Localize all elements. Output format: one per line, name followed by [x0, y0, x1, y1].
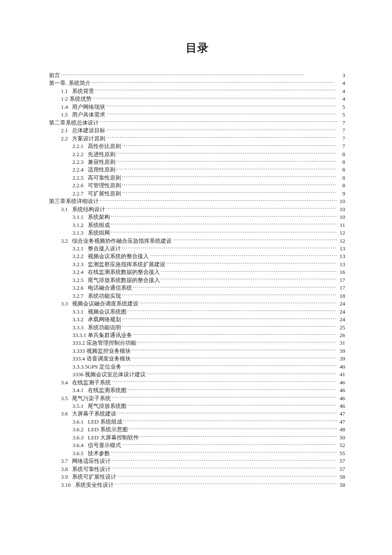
toc-entry-label: 3.3.3.5GPS 定位业务: [72, 363, 121, 371]
toc-leader-dots: [115, 481, 337, 487]
toc-entry-page: 9: [337, 190, 345, 198]
toc-entry-number: 3.6.5: [72, 450, 88, 457]
toc-entry: 3.2.1整合接入设计13: [49, 245, 345, 253]
toc-entry-number: 3.1.2: [72, 221, 88, 229]
toc-entry-label: 视频会议系统图: [88, 308, 127, 316]
toc-entry: 3.6.3LED 大屏幕控制软件50: [49, 434, 345, 442]
toc-entry-number: 3.10: [61, 481, 75, 489]
toc-entry-page: 4: [337, 95, 345, 103]
toc-entry-page: 13: [337, 261, 345, 268]
toc-entry-number: 3.3.1: [72, 308, 88, 316]
toc-leader-dots: [137, 339, 337, 345]
toc-leader-dots: [129, 426, 337, 431]
toc-entry: 3.4.1在线监测系统图46: [49, 386, 345, 394]
toc-entry-page: 31: [337, 339, 345, 347]
toc-entry-page: 46: [337, 386, 345, 394]
toc-entry-label: 系统组成: [88, 221, 110, 229]
toc-entry-label: 1·2 系统优势: [61, 95, 92, 103]
toc-leader-dots: [106, 103, 337, 109]
toc-entry: 2.2.2先进性原则8: [49, 151, 345, 158]
toc-entry-number: 3.6.2: [72, 426, 88, 433]
toc-entry-label: 用户具体需求: [72, 111, 105, 119]
toc-entry-label: 在线监测系统图: [88, 386, 127, 394]
toc-entry-page: 8: [337, 182, 345, 189]
toc-leader-dots: [95, 87, 337, 93]
toc-entry-number: 3.6: [61, 410, 72, 418]
toc-entry-label: 系统背景: [72, 87, 94, 95]
toc-entry-label: 视频会议系统的整合接入: [88, 253, 149, 260]
toc-entry-number: 2.2.5: [72, 174, 88, 182]
toc-leader-dots: [106, 206, 337, 211]
toc-entry-page: 24: [337, 316, 345, 323]
toc-leader-dots: [112, 457, 337, 463]
toc-entry: 3.6.4信号显示模式52: [49, 442, 345, 449]
toc-entry-number: 1.1: [61, 87, 72, 95]
toc-leader-dots: [161, 268, 337, 274]
toc-entry-page: 10: [337, 213, 345, 221]
toc-entry-label: LED 系统示意图: [88, 426, 128, 433]
toc-entry-number: 1.4: [61, 103, 72, 111]
toc-leader-dots: [166, 261, 337, 266]
toc-entry: 1.1系统背景4: [49, 87, 345, 95]
toc-entry-label: 尾气排放系统数据的整合接入: [88, 276, 160, 284]
toc-entry-number: 3.7: [61, 457, 72, 465]
toc-leader-dots: [111, 450, 337, 455]
toc-entry-number: 3.1: [61, 206, 72, 213]
toc-entry: 2.2方案设计原则7: [49, 135, 345, 142]
toc-entry-page: 12: [337, 229, 345, 237]
toc-entry: 3.2.3监测监察应急指挥系统扩展建设13: [49, 261, 345, 268]
toc-entry-label: 在线监测子系统: [72, 379, 111, 386]
toc-entry: 1·2 系统优势4: [49, 95, 345, 103]
toc-entry-page: 13: [337, 245, 345, 253]
toc-leader-dots: [111, 229, 337, 235]
toc-entry-number: 2.2.6: [72, 182, 88, 189]
toc-entry-label: 高性价比原则: [88, 142, 121, 150]
toc-entry-number: 3.2.3: [72, 261, 88, 268]
toc-entry-label: 尾气排放系统图: [88, 402, 127, 410]
toc-entry-label: 33.3.1 单兵集群通讯业务: [72, 331, 132, 339]
toc-entry: 3.2综合业务视频协作融合应急指挥系统建设12: [49, 237, 345, 245]
toc-entry-number: 2.2: [61, 135, 72, 142]
toc-leader-dots: [116, 151, 337, 156]
toc-entry: 3.2.6电话融合通信系统17: [49, 284, 345, 292]
table-of-contents: 前言3第一章. 系统简介41.1系统背景41·2 系统优势41.4用户网络现状5…: [49, 72, 345, 489]
toc-entry-page: 40: [337, 363, 345, 371]
toc-entry-label: 系统功能说明: [88, 324, 121, 331]
toc-entry-page: 10: [337, 206, 345, 213]
toc-entry-label: 先进性原则: [88, 151, 115, 158]
toc-entry: 1.4用户网络现状5: [49, 103, 345, 111]
toc-leader-dots: [122, 324, 337, 329]
toc-leader-dots: [122, 316, 337, 321]
toc-entry: 3.7网络适应性设计57: [49, 457, 345, 465]
toc-leader-dots: [140, 434, 337, 439]
toc-entry-page: 52: [337, 442, 345, 449]
toc-entry-page: 55: [337, 450, 345, 457]
toc-entry-label: 电话融合通信系统: [88, 284, 132, 292]
toc-entry-number: 3.1.3: [72, 229, 88, 237]
toc-entry-number: 3.3: [61, 300, 72, 308]
toc-entry-page: 16: [337, 268, 345, 276]
toc-leader-dots: [133, 284, 337, 290]
page-title: 目录: [49, 41, 345, 55]
toc-entry-page: 39: [337, 347, 345, 355]
toc-leader-dots: [123, 418, 337, 424]
toc-entry-label: 前言: [49, 72, 60, 79]
toc-entry-number: 3.2.6: [72, 284, 88, 292]
toc-entry-label: 技术参数: [88, 450, 110, 457]
toc-leader-dots: [116, 158, 337, 164]
toc-entry-page: 41: [337, 371, 345, 378]
toc-entry: 第一章. 系统简介4: [49, 79, 345, 87]
toc-entry-page: 57: [337, 465, 345, 473]
toc-entry-page: 10: [337, 198, 345, 205]
toc-entry: 3.3.3系统功能说明25: [49, 324, 345, 331]
toc-entry-number: 2.2.4: [72, 166, 88, 174]
toc-entry: 3.3.2承载网络规划24: [49, 316, 345, 323]
toc-entry-page: 7: [337, 127, 345, 134]
toc-entry-label: 尾气污染子系统: [72, 395, 111, 402]
toc-entry-label: 第二章系统总体设计: [49, 119, 99, 127]
toc-leader-dots: [112, 395, 337, 400]
toc-entry-page: 11: [337, 221, 345, 229]
toc-entry-page: 13: [337, 253, 345, 260]
toc-entry-label: 总体建设目标: [72, 127, 105, 134]
toc-entry-page: 12: [337, 237, 345, 245]
